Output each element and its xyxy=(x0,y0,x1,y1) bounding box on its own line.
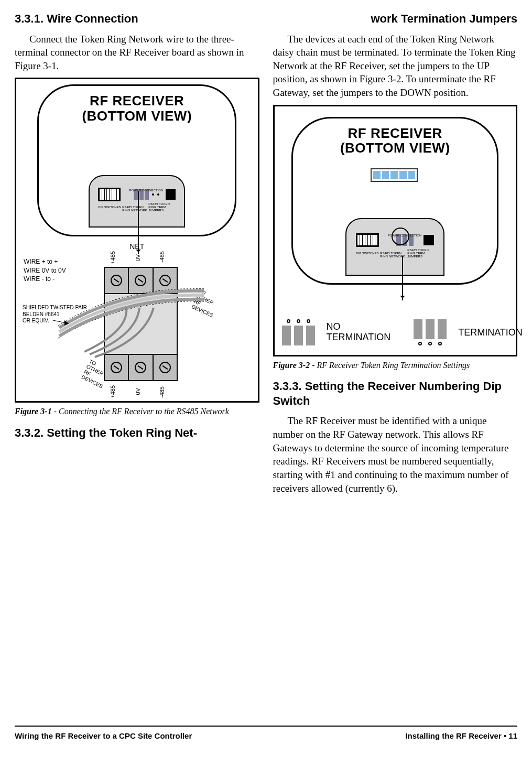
no-termination-jumper xyxy=(282,319,315,345)
axis-plus485-bot: +485 xyxy=(109,385,117,398)
figure-3-1: RF RECEIVER (BOTTOM VIEW) xyxy=(15,78,259,403)
label-power: POWER CONNECTION xyxy=(129,189,164,192)
arrow-icon xyxy=(402,256,403,300)
device-title-l2: (BOTTOM VIEW) xyxy=(340,140,450,156)
device-title-l2: (BOTTOM VIEW) xyxy=(82,108,192,124)
wire-labels: WIRE + to + WIRE 0V to 0V WIRE - to - xyxy=(24,257,66,283)
label-termination: TERMINATION xyxy=(458,326,523,339)
termination-jumper xyxy=(414,319,447,345)
chip-slot-icon xyxy=(371,168,418,182)
device-title-l1: RF RECEIVER xyxy=(90,93,184,109)
axis-minus485-bot: -485 xyxy=(158,386,166,398)
label-term: RS485 TOKEN RING TERM JUMPERS xyxy=(148,202,169,212)
device-title: RF RECEIVER (BOTTOM VIEW) xyxy=(39,93,235,123)
para-3-3-1: Connect the Token Ring Network wire to t… xyxy=(15,33,259,73)
caption-text: - Connecting the RF Receiver to the RS48… xyxy=(52,407,229,416)
terminal-top xyxy=(104,267,178,294)
axis-plus485-top: +485 xyxy=(109,251,117,264)
label-to-other-right: TO OTHER RF DEVICES xyxy=(191,288,221,318)
footer-right: Installing the RF Receiver • 11 xyxy=(405,731,517,741)
label-dip: DIP SWITCHES xyxy=(98,206,121,209)
axis-0v-top: 0V xyxy=(134,254,142,261)
caption-num: Figure 3-1 xyxy=(15,407,52,416)
rf-receiver-outline: RF RECEIVER (BOTTOM VIEW) DIP xyxy=(291,117,498,285)
label-rs485: RS485 TOKEN RING NETWORK xyxy=(122,206,147,212)
label-dip: DIP SWITCHES xyxy=(356,252,378,255)
power-block-icon xyxy=(166,189,176,200)
termination-row: NO TERMINATION TERMINATION xyxy=(282,319,509,345)
label-rs485: RS485 TOKEN RING NETWORK xyxy=(380,252,405,258)
rf-receiver-outline: RF RECEIVER (BOTTOM VIEW) xyxy=(37,84,236,236)
para-3-3-3: The RF Receiver must be identified with … xyxy=(273,414,518,495)
terminal-block: +485 0V -485 +485 0V -485 xyxy=(92,253,189,390)
caption-fig-3-1: Figure 3-1 - Connecting the RF Receiver … xyxy=(15,406,259,417)
figure-3-2: RF RECEIVER (BOTTOM VIEW) DIP xyxy=(273,105,518,356)
terminal-bottom xyxy=(104,354,178,381)
label-wire-minus: WIRE - to - xyxy=(24,275,66,283)
label-term: RS485 TOKEN RING TERM JUMPERS xyxy=(407,248,428,258)
power-block-icon xyxy=(424,235,434,245)
caption-num: Figure 3-2 xyxy=(273,361,310,370)
heading-3-3-2-part1: 3.3.2. Setting the Token Ring Net- xyxy=(15,426,259,440)
page-footer: Wiring the RF Receiver to a CPC Site Con… xyxy=(15,726,517,741)
label-shielded: SHIELDED TWISTED PAIR BELDEN #8641 OR EQ… xyxy=(23,305,87,325)
dip-switch-icon xyxy=(98,188,121,201)
dot-icon xyxy=(157,193,159,196)
para-3-3-2: The devices at each end of the Token Rin… xyxy=(273,33,518,100)
label-net: NET xyxy=(129,242,144,252)
caption-fig-3-2: Figure 3-2 - RF Receiver Token Ring Term… xyxy=(273,360,518,371)
device-title-l1: RF RECEIVER xyxy=(348,125,442,141)
dip-switch-icon xyxy=(356,233,379,247)
label-wire-0v: WIRE 0V to 0V xyxy=(24,266,66,275)
axis-minus485-top: -485 xyxy=(158,251,166,263)
label-no-termination: NO TERMINATION xyxy=(327,322,391,343)
terminal-center xyxy=(104,294,178,354)
dot-icon xyxy=(152,193,154,196)
label-wire-plus: WIRE + to + xyxy=(24,257,66,266)
axis-0v-bot: 0V xyxy=(134,388,142,395)
device-title: RF RECEIVER (BOTTOM VIEW) xyxy=(293,126,497,156)
caption-text: - RF Receiver Token Ring Termination Set… xyxy=(310,361,470,370)
label-power: POWER CONNECTION xyxy=(388,234,422,237)
heading-3-3-2-part2: work Termination Jumpers xyxy=(273,12,518,26)
footer-left: Wiring the RF Receiver to a CPC Site Con… xyxy=(15,731,192,741)
heading-3-3-3: 3.3.3. Setting the Receiver Numbering Di… xyxy=(273,379,518,408)
device-panel: DIP SWITCHES RS485 TOKEN RING NETWORK RS… xyxy=(345,218,444,276)
heading-3-3-1: 3.3.1. Wire Connection xyxy=(15,12,259,26)
device-panel: DIP SWITCHES RS485 TOKEN RING NETWORK RS… xyxy=(89,175,185,228)
